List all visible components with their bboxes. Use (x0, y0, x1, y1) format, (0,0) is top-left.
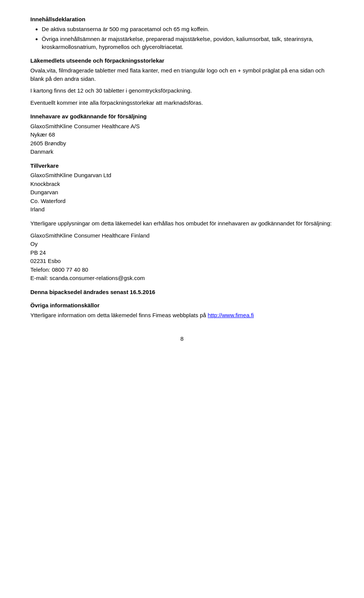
owner-address: GlaxoSmithKline Consumer Healthcare A/S … (30, 122, 334, 156)
manufacturer-address: GlaxoSmithKline Dungarvan Ltd Knockbrack… (30, 171, 334, 214)
mfr-line-1: GlaxoSmithKline Dungarvan Ltd (30, 171, 334, 180)
finland-line-2: Oy (30, 240, 334, 249)
eventuellt-paragraph: Eventuellt kommer inte alla förpacknings… (30, 99, 334, 107)
heading-tillverkare: Tillverkare (30, 162, 334, 170)
finland-line-3: PB 24 (30, 249, 334, 257)
owner-line-1: GlaxoSmithKline Consumer Healthcare A/S (30, 122, 334, 131)
mfr-line-3: Dungarvan (30, 188, 334, 197)
bipacksedel-section: Denna bipacksedel ändrades senast 16.5.2… (30, 288, 334, 296)
ytterligare-paragraph: Ytterligare upplysningar om detta läkeme… (30, 219, 334, 228)
utseende-paragraph: Ovala,vita, filmdragerade tabletter med … (30, 66, 334, 83)
bullet-item-2: Övriga innehållsämnen är majsstärkelse, … (42, 35, 334, 52)
fimea-link[interactable]: http://www.fimea.fi (208, 312, 254, 318)
ytterligare-section: Ytterligare upplysningar om detta läkeme… (30, 219, 334, 283)
page-number: 8 (30, 335, 334, 343)
owner-line-4: Danmark (30, 148, 334, 156)
owner-line-2: Nykær 68 (30, 131, 334, 139)
heading-innehallsdeklaration: Innehållsdeklaration (30, 15, 334, 24)
bullet-item-1: De aktiva substanserna är 500 mg paracet… (42, 25, 334, 33)
finland-line-4: 02231 Esbo (30, 257, 334, 266)
kartong-paragraph: I kartong finns det 12 och 30 tabletter … (30, 87, 334, 95)
finland-line-6: E-mail: scanda.consumer-relations@gsk.co… (30, 274, 334, 283)
heading-utseende: Läkemedlets utseende och förpackningssto… (30, 57, 334, 65)
utseende-section: Läkemedlets utseende och förpackningssto… (30, 57, 334, 107)
heading-bipacksedel: Denna bipacksedel ändrades senast 16.5.2… (30, 288, 334, 296)
innehavare-section: Innehavare av godkännande för försäljnin… (30, 112, 334, 156)
informationskallor-paragraph: Ytterligare information om detta läkemed… (30, 311, 334, 319)
informationskallor-section: Övriga informationskällor Ytterligare in… (30, 301, 334, 319)
main-content: Innehållsdeklaration De aktiva substanse… (30, 15, 334, 319)
owner-line-3: 2605 Brøndby (30, 139, 334, 148)
ingredient-list: De aktiva substanserna är 500 mg paracet… (42, 25, 334, 51)
finland-line-1: GlaxoSmithKline Consumer Healthcare Finl… (30, 231, 334, 240)
finland-address: GlaxoSmithKline Consumer Healthcare Finl… (30, 231, 334, 283)
mfr-line-2: Knockbrack (30, 180, 334, 189)
tillverkare-section: Tillverkare GlaxoSmithKline Dungarvan Lt… (30, 162, 334, 214)
mfr-line-4: Co. Waterford (30, 197, 334, 206)
finland-line-5: Telefon: 0800 77 40 80 (30, 266, 334, 274)
informationskallor-text: Ytterligare information om detta läkemed… (30, 312, 208, 318)
heading-innehavare: Innehavare av godkännande för försäljnin… (30, 112, 334, 121)
bullet-item-2-text: Övriga innehållsämnen är majsstärkelse, … (42, 36, 313, 50)
innehallsdeklaration-section: Innehållsdeklaration De aktiva substanse… (30, 15, 334, 51)
mfr-line-5: Irland (30, 205, 334, 214)
heading-informationskallor: Övriga informationskällor (30, 301, 334, 310)
